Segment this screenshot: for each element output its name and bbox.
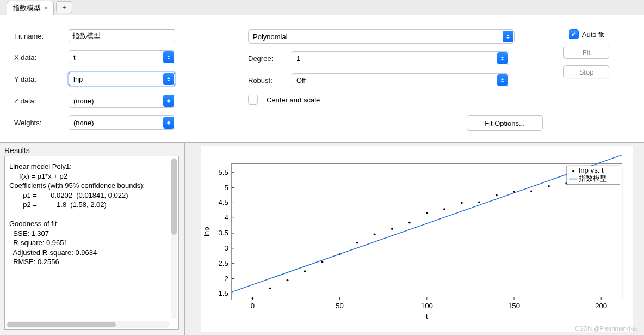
results-text: Linear model Poly1: f(x) = p1*x + p2 Coe… (9, 162, 174, 267)
chevron-updown-icon (163, 51, 174, 63)
chevron-updown-icon (503, 31, 513, 42)
plus-icon: + (62, 3, 66, 11)
center-scale-checkbox[interactable] (248, 95, 258, 105)
svg-point-39 (391, 228, 393, 230)
add-tab-button[interactable]: + (56, 1, 72, 13)
svg-text:lnp: lnp (202, 227, 210, 236)
model-type-select[interactable]: Polynomial (248, 29, 515, 44)
stop-button[interactable]: Stop (564, 65, 609, 78)
svg-point-53 (572, 170, 574, 172)
svg-text:5: 5 (225, 184, 228, 192)
svg-point-31 (252, 297, 254, 300)
fit-plot[interactable]: 0501001502001.522.533.544.555.5tlnplnp v… (201, 146, 633, 332)
robust-value: Off (296, 76, 306, 84)
x-data-label: X data: (14, 53, 63, 62)
center-scale-label: Center and scale (267, 96, 320, 104)
svg-point-37 (356, 242, 358, 244)
fit-name-label: Fit name: (14, 32, 63, 40)
watermark: CSDN @Freshman小白 (575, 325, 639, 333)
svg-point-48 (548, 185, 550, 187)
svg-text:4.5: 4.5 (218, 198, 228, 206)
svg-point-35 (321, 261, 324, 263)
svg-point-34 (304, 270, 306, 272)
results-title: Results (4, 146, 184, 155)
svg-text:3.5: 3.5 (218, 229, 228, 237)
close-icon[interactable]: × (44, 4, 48, 12)
degree-label: Degree: (248, 54, 286, 63)
svg-rect-0 (232, 163, 622, 300)
auto-fit-label: Auto fit (582, 31, 604, 39)
tab-label: 指数模型 (13, 3, 41, 13)
svg-text:1.5: 1.5 (218, 289, 228, 297)
config-left-column: Fit name: X data: t Y data: lnp Z data: … (14, 29, 199, 131)
chevron-updown-icon (163, 95, 174, 107)
chevron-updown-icon (163, 73, 174, 85)
config-panel: Fit name: X data: t Y data: lnp Z data: … (0, 15, 644, 142)
svg-text:lnp vs. t: lnp vs. t (579, 166, 604, 174)
results-box[interactable]: Linear model Poly1: f(x) = p1*x + p2 Coe… (4, 156, 179, 330)
svg-text:3: 3 (225, 244, 228, 252)
robust-select[interactable]: Off (292, 73, 509, 87)
svg-point-32 (269, 287, 271, 289)
svg-text:50: 50 (336, 302, 344, 310)
x-data-select[interactable]: t (69, 50, 175, 64)
svg-point-41 (426, 212, 428, 214)
fit-name-input[interactable] (69, 29, 175, 42)
weights-value: (none) (73, 119, 94, 127)
svg-text:2.5: 2.5 (218, 259, 228, 267)
fit-button[interactable]: Fit (564, 46, 609, 59)
scrollbar-vertical[interactable] (171, 157, 177, 319)
svg-point-47 (530, 190, 532, 192)
svg-text:150: 150 (508, 302, 520, 310)
chevron-updown-icon (163, 117, 174, 129)
robust-label: Robust: (248, 76, 286, 84)
config-right-column: ✓ Auto fit Fit Stop (543, 29, 630, 131)
svg-text:200: 200 (595, 302, 607, 310)
x-data-value: t (73, 53, 76, 62)
svg-point-33 (287, 279, 289, 281)
svg-point-43 (461, 202, 463, 204)
degree-select[interactable]: 1 (292, 51, 509, 65)
scrollbar-thumb[interactable] (171, 159, 177, 235)
svg-point-44 (478, 201, 480, 203)
model-type-value: Polynomial (253, 33, 288, 41)
weights-select[interactable]: (none) (69, 115, 175, 130)
bottom-panel: Results Linear model Poly1: f(x) = p1*x … (0, 142, 644, 335)
svg-text:指数模型: 指数模型 (578, 174, 607, 182)
svg-text:t: t (426, 312, 428, 320)
results-panel: Results Linear model Poly1: f(x) = p1*x … (0, 143, 185, 335)
chevron-updown-icon (497, 74, 508, 86)
tab-bar: 指数模型 × + (0, 0, 644, 15)
y-data-value: lnp (73, 75, 83, 83)
svg-point-38 (374, 233, 376, 235)
chevron-updown-icon (497, 52, 508, 64)
config-mid-column: Polynomial Degree: 1 Robust: Off Center … (248, 29, 543, 131)
weights-label: Weights: (14, 119, 63, 127)
scrollbar-thumb[interactable] (7, 322, 116, 327)
svg-point-42 (443, 208, 445, 210)
auto-fit-checkbox[interactable]: ✓ (569, 29, 579, 39)
fit-options-button[interactable]: Fit Options... (467, 115, 543, 131)
z-data-select[interactable]: (none) (69, 94, 175, 108)
scrollbar-horizontal[interactable] (6, 321, 170, 328)
svg-point-45 (496, 194, 498, 197)
z-data-value: (none) (73, 97, 94, 105)
z-data-label: Z data: (14, 97, 63, 105)
y-data-select[interactable]: lnp (69, 72, 175, 86)
svg-text:5.5: 5.5 (218, 168, 228, 176)
plot-panel: 0501001502001.522.533.544.555.5tlnplnp v… (185, 143, 644, 335)
svg-text:4: 4 (225, 214, 228, 222)
y-data-label: Y data: (14, 75, 63, 83)
svg-text:100: 100 (421, 302, 433, 310)
svg-text:0: 0 (251, 302, 255, 310)
degree-value: 1 (296, 54, 300, 63)
svg-point-40 (408, 222, 411, 224)
tab-fit[interactable]: 指数模型 × (7, 1, 54, 15)
svg-text:2: 2 (225, 275, 228, 283)
check-icon: ✓ (571, 31, 577, 38)
